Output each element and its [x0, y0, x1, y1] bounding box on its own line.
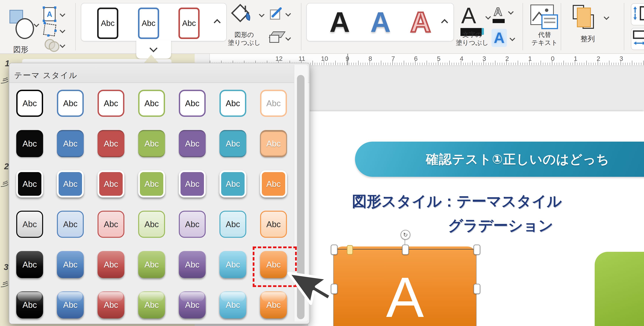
theme-style-item[interactable]: Abc [220, 170, 246, 198]
theme-style-item[interactable]: Abc [179, 291, 206, 318]
chevron-down-icon[interactable] [508, 9, 514, 15]
theme-styles-popover: テーマ スタイル Abc Abc Abc Abc Abc Abc Abc Abc… [9, 63, 310, 324]
chevron-down-icon[interactable] [60, 42, 66, 48]
theme-style-item[interactable]: Abc [138, 130, 165, 157]
arrange-button[interactable] [573, 5, 603, 33]
slide-heading-line2[interactable]: グラデーション [448, 216, 553, 236]
theme-style-item[interactable]: Abc [16, 291, 43, 318]
slide-editing-area[interactable]: 確認テスト①正しいのはどっち 図形スタイル：テーマスタイル グラデーション A … [308, 111, 644, 326]
theme-style-item[interactable]: Abc [260, 291, 287, 318]
paint-bucket-icon [229, 4, 253, 25]
theme-style-item[interactable]: Abc [179, 170, 206, 198]
width-control-button[interactable] [631, 28, 644, 50]
theme-style-item[interactable]: Abc [57, 211, 84, 238]
theme-style-item[interactable]: Abc [220, 291, 246, 318]
theme-style-item[interactable]: Abc [98, 130, 124, 157]
theme-style-item[interactable]: Abc [138, 211, 165, 238]
theme-style-item[interactable]: Abc [260, 170, 287, 198]
merge-shapes-button[interactable] [44, 39, 58, 50]
shape-styles-gallery: Abc Abc Abc [81, 3, 227, 41]
chevron-down-icon[interactable] [604, 14, 610, 20]
eraser-icon [269, 35, 279, 43]
theme-style-item[interactable]: Abc [98, 90, 124, 117]
alt-text-button[interactable] [530, 5, 561, 31]
resize-handle-top-center[interactable] [402, 245, 409, 255]
chevron-down-icon[interactable] [259, 12, 265, 18]
text-box-button[interactable]: A [44, 7, 56, 21]
gallery-more-arrow-icon[interactable] [214, 19, 221, 26]
orange-rounded-rectangle-shape[interactable]: A [334, 246, 476, 326]
theme-style-item[interactable]: Abc [98, 291, 124, 318]
theme-styles-grid: Abc Abc Abc Abc Abc Abc Abc Abc Abc Abc … [16, 90, 287, 318]
chevron-down-icon[interactable] [60, 11, 66, 17]
chevron-down-icon[interactable] [286, 35, 291, 41]
theme-style-item[interactable]: Abc [98, 211, 124, 238]
resize-handle-top-left[interactable] [331, 245, 338, 255]
text-effects-button[interactable]: A [492, 29, 508, 48]
shape-fill-button[interactable] [229, 4, 259, 32]
shape-adjust-handle[interactable] [347, 245, 353, 255]
theme-style-item[interactable]: Abc [16, 170, 43, 198]
shapes-label: 図形 [10, 45, 32, 53]
theme-style-item[interactable]: Abc [57, 291, 84, 318]
slide-heading-line1[interactable]: 図形スタイル：テーマスタイル [352, 192, 562, 212]
theme-style-item[interactable]: Abc [57, 170, 84, 198]
chevron-down-icon[interactable] [286, 11, 291, 17]
slide-number: 3 [4, 262, 8, 272]
shape-effects-button[interactable] [269, 32, 282, 43]
text-box-icon: A [44, 7, 56, 21]
theme-style-item[interactable]: Abc [16, 251, 43, 278]
chevron-down-icon[interactable] [510, 36, 515, 41]
shape-style-thumb-red[interactable]: Abc [178, 8, 200, 39]
theme-style-item[interactable]: Abc [220, 251, 246, 278]
theme-style-item[interactable]: Abc [260, 90, 287, 117]
theme-style-item[interactable]: Abc [16, 130, 43, 157]
rotation-handle[interactable]: ↻ [400, 230, 410, 240]
thumbnail-mark: 彡 [0, 75, 10, 86]
text-outline-color-bar [492, 19, 505, 23]
theme-style-item[interactable]: Abc [57, 130, 84, 157]
theme-style-item[interactable]: Abc [16, 90, 43, 117]
gallery-more-arrow-icon[interactable] [441, 19, 448, 26]
theme-style-item[interactable]: Abc [98, 170, 124, 198]
theme-style-item[interactable]: Abc [179, 211, 206, 238]
resize-handle-middle-right[interactable] [474, 284, 480, 294]
ruler-position-indicator [348, 53, 348, 65]
theme-style-item[interactable]: Abc [220, 130, 246, 157]
theme-style-item[interactable]: Abc [179, 251, 206, 278]
wordart-thumb-red-outline[interactable]: A [410, 7, 431, 37]
theme-style-item[interactable]: Abc [179, 90, 206, 117]
theme-style-item[interactable]: Abc [138, 251, 165, 278]
slide-title-banner[interactable]: 確認テスト①正しいのはどっち [355, 142, 644, 177]
powerpoint-window: 図形 A Abc Abc [0, 0, 644, 326]
theme-style-item[interactable]: Abc [138, 170, 165, 198]
wordart-thumb-blue[interactable]: A [370, 7, 391, 37]
green-rounded-rectangle-shape[interactable] [595, 252, 644, 326]
shape-style-thumb-black[interactable]: Abc [97, 8, 118, 39]
theme-style-item[interactable]: Abc [260, 130, 287, 157]
theme-style-item[interactable]: Abc [260, 211, 287, 238]
theme-style-item[interactable]: Abc [98, 251, 124, 278]
height-control-button[interactable] [631, 4, 644, 25]
theme-style-item[interactable]: Abc [220, 211, 246, 238]
theme-style-item[interactable]: Abc [57, 251, 84, 278]
shape-style-thumb-blue[interactable]: Abc [138, 8, 159, 39]
chevron-down-icon[interactable] [60, 28, 66, 33]
theme-style-item[interactable]: Abc [220, 90, 246, 117]
theme-style-item[interactable]: Abc [138, 90, 165, 117]
resize-handle-top-right[interactable] [474, 245, 480, 255]
chevron-down-icon [150, 44, 158, 52]
wordart-thumb-black[interactable]: A [330, 7, 350, 37]
chevron-down-icon[interactable] [34, 22, 39, 27]
theme-style-item[interactable]: Abc [16, 211, 43, 238]
ribbon-shape-format: 図形 A Abc Abc [0, 0, 644, 54]
theme-style-item[interactable]: Abc [179, 130, 206, 157]
shape-outline-button[interactable] [270, 7, 283, 20]
text-fill-A-icon: A [461, 4, 476, 27]
theme-style-item[interactable]: Abc [138, 291, 165, 318]
chevron-down-icon[interactable] [486, 14, 491, 20]
insert-shape-button[interactable]: 図形 [0, 0, 44, 53]
text-outline-button[interactable]: A [492, 5, 508, 24]
theme-style-item[interactable]: Abc [57, 90, 84, 117]
edit-points-button[interactable] [44, 24, 56, 36]
